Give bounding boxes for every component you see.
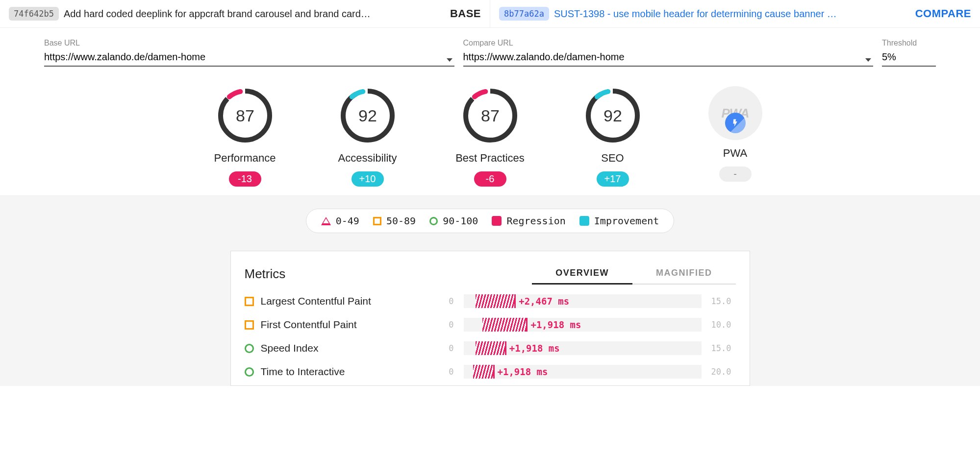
square-icon [373, 217, 381, 225]
legend-regression: Regression [492, 215, 565, 227]
gauge-label: Accessibility [338, 152, 397, 165]
gauge-score: 87 [481, 106, 500, 125]
gauge-ring: 92 [338, 86, 397, 145]
legend-range-pass-text: 90-100 [443, 215, 478, 227]
score-gauges: 87Performance-1392Accessibility+1087Best… [0, 72, 980, 195]
compare-commit-hash: 8b77a62a [499, 7, 549, 21]
threshold-input[interactable] [882, 49, 936, 67]
legend-range-pass: 90-100 [429, 215, 478, 227]
gauge-label: Performance [214, 152, 276, 165]
metric-delta: +2,467 ms [516, 296, 569, 307]
base-commit-message: Add hard coded deeplink for appcraft bra… [64, 8, 445, 20]
legend-range-avg-text: 50-89 [386, 215, 416, 227]
legend-regression-text: Regression [506, 215, 565, 227]
chevron-down-icon[interactable] [447, 58, 452, 62]
square-icon [245, 297, 254, 306]
gauge-score: 87 [236, 106, 254, 125]
metric-name: First Contentful Paint [261, 319, 423, 331]
gauge-label: SEO [601, 152, 624, 165]
metric-row: First Contentful Paint0+1,918 ms10.0 [245, 318, 736, 332]
metric-axis-max: 15.0 [711, 296, 736, 306]
gauge-accessibility: 92Accessibility+10 [321, 86, 414, 187]
tab-magnified[interactable]: MAGNIFIED [632, 263, 736, 285]
metric-delta: +1,918 ms [495, 366, 548, 377]
gauge-ring: 87 [216, 86, 275, 145]
gauge-delta: -13 [229, 171, 261, 187]
metric-bar: +1,918 ms [464, 365, 702, 379]
compare-url-label: Compare URL [463, 39, 874, 48]
gauge-score: 92 [603, 106, 622, 125]
legend-range-fail-text: 0-49 [336, 215, 359, 227]
base-commit-hash: 74f642b5 [9, 7, 59, 21]
metric-axis-max: 20.0 [711, 367, 736, 377]
metric-row: Time to Interactive0+1,918 ms20.0 [245, 365, 736, 379]
triangle-icon [321, 217, 331, 225]
bolt-icon [725, 113, 746, 133]
header-base: 74f642b5 Add hard coded deeplink for app… [0, 0, 490, 27]
square-icon [245, 320, 254, 330]
metric-axis-min: 0 [429, 367, 454, 377]
metrics-tabs: OVERVIEW MAGNIFIED [532, 263, 735, 285]
chevron-down-icon[interactable] [865, 58, 871, 62]
gauge-delta: -6 [474, 171, 506, 187]
metric-bar: +1,918 ms [464, 318, 702, 332]
metric-row: Speed Index0+1,918 ms15.0 [245, 341, 736, 355]
compare-label[interactable]: COMPARE [915, 7, 971, 20]
below-section: 0-49 50-89 90-100 Regression Improvement… [0, 195, 980, 386]
base-label: BASE [450, 7, 481, 20]
header-compare: 8b77a62a SUST-1398 - use mobile header f… [490, 0, 980, 27]
gauge-performance: 87Performance-13 [199, 86, 292, 187]
circle-icon [429, 217, 438, 225]
gauge-delta: +17 [597, 171, 629, 187]
threshold-field[interactable]: Threshold [882, 39, 936, 67]
metric-delta: +1,918 ms [528, 319, 581, 330]
gauge-delta: - [719, 167, 752, 182]
threshold-label: Threshold [882, 39, 936, 48]
metrics-panel: Metrics OVERVIEW MAGNIFIED Largest Conte… [230, 251, 750, 386]
compare-url-input[interactable] [463, 49, 874, 67]
gauge-seo: 92SEO+17 [566, 86, 659, 187]
gauge-bestpractices: 87Best Practices-6 [444, 86, 537, 187]
legend-improvement: Improvement [579, 215, 659, 227]
gauge-delta: +10 [352, 171, 384, 187]
metric-axis-min: 0 [429, 296, 454, 306]
legend-improvement-text: Improvement [594, 215, 659, 227]
tab-overview[interactable]: OVERVIEW [532, 263, 632, 285]
legend-range-fail: 0-49 [321, 215, 359, 227]
gauge-ring: 92 [583, 86, 642, 145]
compare-commit-message[interactable]: SUST-1398 - use mobile header for determ… [554, 8, 910, 20]
metric-name: Speed Index [261, 342, 423, 354]
base-url-input[interactable] [44, 49, 454, 67]
circle-icon [245, 367, 254, 377]
gauge-pwa: PWAPWA- [689, 86, 782, 187]
metric-axis-max: 10.0 [711, 320, 736, 330]
metric-bar: +1,918 ms [464, 341, 702, 355]
legend-range-avg: 50-89 [373, 215, 416, 227]
gauge-ring: 87 [461, 86, 520, 145]
metric-axis-min: 0 [429, 343, 454, 353]
compare-url-field[interactable]: Compare URL [463, 39, 874, 67]
metric-row: Largest Contentful Paint0+2,467 ms15.0 [245, 294, 736, 308]
metric-name: Time to Interactive [261, 366, 423, 378]
pwa-badge: PWA [708, 86, 762, 140]
metric-axis-max: 15.0 [711, 343, 736, 353]
score-legend: 0-49 50-89 90-100 Regression Improvement [306, 209, 675, 233]
metrics-title: Metrics [245, 266, 532, 282]
regression-swatch-icon [492, 216, 502, 226]
base-url-label: Base URL [44, 39, 454, 48]
gauge-label: PWA [723, 147, 747, 160]
metric-bar: +2,467 ms [464, 294, 702, 308]
improvement-swatch-icon [579, 216, 589, 226]
metric-axis-min: 0 [429, 320, 454, 330]
gauge-label: Best Practices [455, 152, 525, 165]
circle-icon [245, 344, 254, 353]
metric-delta: +1,918 ms [506, 343, 560, 354]
base-url-field[interactable]: Base URL [44, 39, 454, 67]
url-row: Base URL Compare URL Threshold [0, 28, 980, 72]
compare-header: 74f642b5 Add hard coded deeplink for app… [0, 0, 980, 28]
metric-name: Largest Contentful Paint [261, 295, 423, 307]
gauge-score: 92 [358, 106, 377, 125]
